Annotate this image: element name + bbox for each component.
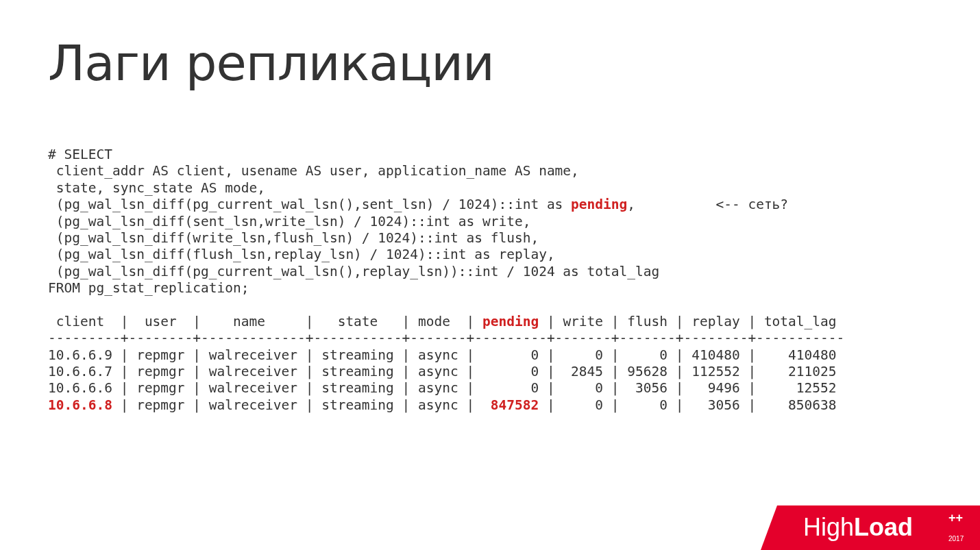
sql-line: # SELECT (48, 147, 112, 162)
table-row: 10.6.6.9 | repmgr | walreceiver | stream… (48, 347, 837, 363)
sql-line: client_addr AS client, usename AS user, … (48, 163, 579, 179)
highload-logo: HighLoad ++ 2017 (761, 505, 980, 550)
table-separator: ---------+--------+-------------+-------… (48, 330, 844, 346)
sql-line: (pg_wal_lsn_diff(sent_lsn,write_lsn) / 1… (48, 214, 530, 229)
sql-line: FROM pg_stat_replication; (48, 280, 249, 296)
slide-title: Лаги репликации (48, 34, 932, 92)
table-row: 10.6.6.7 | repmgr | walreceiver | stream… (48, 364, 837, 379)
table-header: client | user | name | state | mode | (48, 314, 482, 329)
sql-line: (pg_wal_lsn_diff(flush_lsn,replay_lsn) /… (48, 247, 555, 262)
table-row: | 0 | 0 | 3056 | 850638 (539, 397, 836, 413)
sql-line: (pg_wal_lsn_diff(write_lsn,flush_lsn) / … (48, 230, 539, 246)
svg-text:HighLoad: HighLoad (803, 513, 913, 541)
logo-text-high: High (803, 513, 854, 541)
sql-query-block: # SELECT client_addr AS client, usename … (48, 147, 932, 414)
table-row-highlight-pending: 847582 (491, 397, 539, 413)
sql-highlight-pending: pending (571, 197, 627, 212)
slide: Лаги репликации # SELECT client_addr AS … (0, 0, 980, 550)
sql-line: state, sync_state AS mode, (48, 180, 265, 196)
sql-line: , <-- сеть? (627, 197, 788, 212)
table-row: | repmgr | walreceiver | streaming | asy… (112, 397, 491, 413)
table-header: | write | flush | replay | total_lag (539, 314, 836, 329)
table-row-highlight-client: 10.6.6.8 (48, 397, 112, 413)
table-row: 10.6.6.6 | repmgr | walreceiver | stream… (48, 380, 837, 396)
logo-text-load: Load (854, 513, 913, 541)
logo-plus: ++ (948, 511, 963, 525)
table-header-pending: pending (482, 314, 539, 329)
sql-line: (pg_wal_lsn_diff(pg_current_wal_lsn(),se… (48, 197, 571, 212)
logo-year: 2017 (948, 535, 964, 542)
sql-line: (pg_wal_lsn_diff(pg_current_wal_lsn(),re… (48, 264, 659, 279)
